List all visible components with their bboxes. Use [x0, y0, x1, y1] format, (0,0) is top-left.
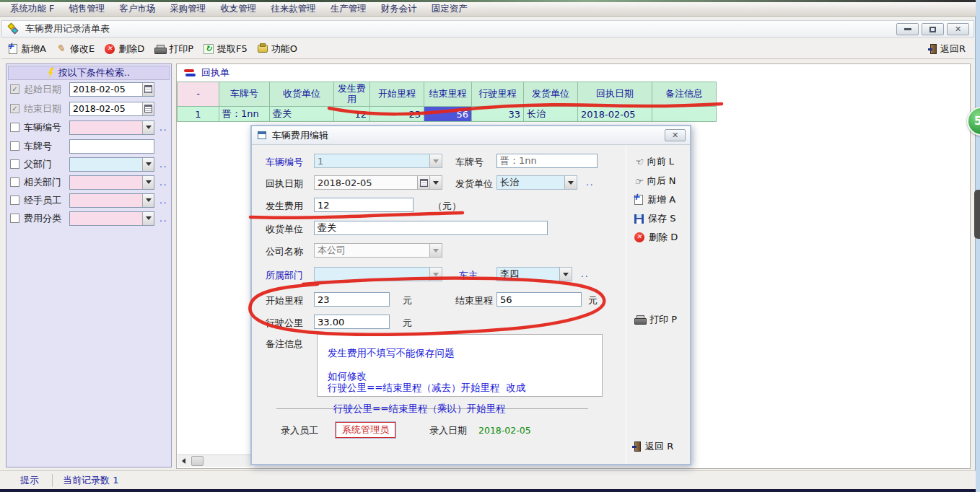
add-button[interactable]: 新增A: [9, 43, 46, 56]
col-header-index[interactable]: -: [178, 82, 219, 107]
handler-more-link[interactable]: ..: [159, 196, 168, 206]
chevron-down-icon[interactable]: [559, 268, 572, 281]
menu-item-payment[interactable]: 收支管理: [213, 1, 263, 17]
handler-checkbox[interactable]: [10, 196, 19, 205]
maximize-icon[interactable]: [922, 23, 944, 35]
fee-category-checkbox[interactable]: [10, 214, 19, 223]
dialog-return-button[interactable]: 返回 R: [634, 440, 673, 453]
edit-button[interactable]: 修改E: [56, 43, 95, 56]
company-select[interactable]: 本公司: [314, 243, 442, 258]
refresh-button[interactable]: ↻提取F5: [204, 43, 248, 56]
print-button[interactable]: 打印P: [154, 43, 193, 56]
owner-more-link[interactable]: ..: [581, 269, 590, 279]
delete-button[interactable]: 删除D: [105, 43, 144, 56]
scroll-left-icon[interactable]: [178, 455, 190, 467]
col-header-plate[interactable]: 车牌号: [219, 82, 270, 107]
calendar-icon[interactable]: [417, 176, 429, 189]
notes-textarea[interactable]: 发生费用不填写不能保存问题 如何修改 行驶公里==结束里程（减去）开始里程 改成: [317, 334, 603, 397]
ship-unit-select[interactable]: 长治: [496, 175, 577, 190]
menu-item-purchase[interactable]: 采购管理: [162, 1, 213, 17]
vehicle-no-select[interactable]: 1: [314, 154, 442, 168]
plate-no-input[interactable]: [496, 154, 598, 168]
table-row[interactable]: 1 晋：1nn 壶关 12 23 56 33 长治 2018-02-05: [178, 107, 717, 122]
col-header-driven-mileage[interactable]: 行驶里程: [472, 82, 524, 107]
calendar-icon[interactable]: [142, 83, 154, 96]
parent-dept-select[interactable]: [69, 157, 154, 172]
owner-select[interactable]: 李四: [496, 267, 572, 281]
cell-driven-mileage[interactable]: 33: [472, 107, 524, 122]
floating-dark-widget[interactable]: [974, 190, 980, 239]
start-mileage-input[interactable]: [314, 292, 390, 307]
fee-category-more-link[interactable]: ..: [159, 214, 168, 224]
minimize-icon[interactable]: [896, 23, 919, 35]
cell-ship-unit[interactable]: 长治: [524, 107, 578, 122]
vehicle-no-select[interactable]: [69, 120, 154, 135]
plate-no-checkbox[interactable]: [10, 141, 19, 151]
col-header-fee[interactable]: 发生费用: [334, 82, 370, 107]
cell-fee[interactable]: 12: [334, 107, 370, 122]
ship-unit-more-link[interactable]: ..: [586, 177, 595, 188]
prev-button[interactable]: ☜向前 L: [634, 155, 674, 168]
filter-header[interactable]: 按以下条件检索..: [8, 66, 170, 80]
scrollbar-thumb[interactable]: [191, 456, 204, 466]
start-date-checkbox[interactable]: ✓: [10, 84, 19, 94]
calendar-icon[interactable]: [142, 102, 154, 115]
end-mileage-input[interactable]: [496, 292, 582, 307]
handler-select[interactable]: [69, 193, 154, 208]
chevron-down-icon[interactable]: [142, 212, 154, 225]
parent-dept-checkbox[interactable]: [10, 159, 19, 169]
col-header-end-mileage[interactable]: 结束里程: [424, 82, 472, 107]
col-header-receipt-date[interactable]: 回执日期: [578, 82, 652, 107]
dialog-delete-button[interactable]: 删除 D: [634, 231, 678, 244]
horizontal-scrollbar[interactable]: [178, 454, 251, 467]
menu-item-sales[interactable]: 销售管理: [61, 1, 112, 17]
receive-unit-input[interactable]: [314, 221, 548, 235]
plate-no-input[interactable]: [69, 139, 154, 154]
cell-end-mileage-selected[interactable]: 56: [424, 107, 472, 122]
cell-receipt-date[interactable]: 2018-02-05: [578, 107, 652, 122]
related-dept-select[interactable]: [69, 175, 154, 190]
menu-item-finance[interactable]: 财务会计: [374, 1, 424, 17]
menu-item-transactions[interactable]: 往来款管理: [263, 1, 323, 17]
col-header-notes[interactable]: 备注信息: [652, 82, 717, 107]
dialog-print-button[interactable]: 打印 P: [634, 313, 677, 326]
dialog-close-icon[interactable]: ✕: [665, 129, 686, 141]
related-dept-more-link[interactable]: ..: [159, 177, 168, 188]
related-dept-checkbox[interactable]: [10, 177, 19, 187]
vehicle-no-more-link[interactable]: ..: [159, 123, 168, 133]
cell-start-mileage[interactable]: 23: [370, 107, 424, 122]
menu-item-production[interactable]: 生产管理: [323, 1, 374, 17]
col-header-ship-unit[interactable]: 发货单位: [524, 82, 578, 107]
driven-km-input[interactable]: [314, 315, 390, 329]
receipt-date-input[interactable]: 2018-02-05: [314, 175, 442, 190]
chevron-down-icon[interactable]: [142, 194, 154, 207]
next-button[interactable]: ☞向后 N: [634, 175, 676, 188]
vehicle-no-checkbox[interactable]: [10, 123, 19, 132]
cell-index[interactable]: 1: [178, 107, 219, 122]
parent-dept-more-link[interactable]: ..: [159, 159, 168, 170]
dialog-add-button[interactable]: 新增 A: [634, 193, 675, 206]
chevron-down-icon[interactable]: [142, 158, 154, 171]
dialog-save-button[interactable]: 保存 S: [634, 212, 675, 225]
col-header-receive-unit[interactable]: 收货单位: [270, 82, 334, 107]
chevron-down-icon[interactable]: [142, 176, 154, 189]
chevron-down-icon[interactable]: [142, 121, 154, 134]
chevron-down-icon[interactable]: [564, 176, 577, 189]
chevron-down-icon[interactable]: [429, 176, 442, 189]
col-header-start-mileage[interactable]: 开始里程: [370, 82, 424, 107]
end-date-checkbox[interactable]: ✓: [10, 104, 19, 113]
menu-item-fixed-assets[interactable]: 固定资产: [424, 1, 475, 17]
close-icon[interactable]: ✕: [947, 23, 969, 35]
end-date-input[interactable]: 2018-02-05: [69, 102, 154, 116]
fee-input[interactable]: [314, 198, 414, 212]
tab-receipt[interactable]: 回执单: [177, 64, 229, 82]
start-date-input[interactable]: 2018-02-05: [69, 82, 154, 97]
cell-notes[interactable]: [652, 107, 717, 122]
function-button[interactable]: 功能O: [258, 43, 297, 56]
menu-item-system[interactable]: 系统功能 F: [3, 1, 61, 17]
menu-item-customer[interactable]: 客户市场: [112, 1, 162, 17]
fee-category-select[interactable]: [69, 211, 154, 226]
return-button[interactable]: 返回R: [930, 43, 966, 56]
cell-receive-unit[interactable]: 壶关: [270, 107, 334, 122]
cell-plate[interactable]: 晋：1nn: [219, 107, 270, 122]
